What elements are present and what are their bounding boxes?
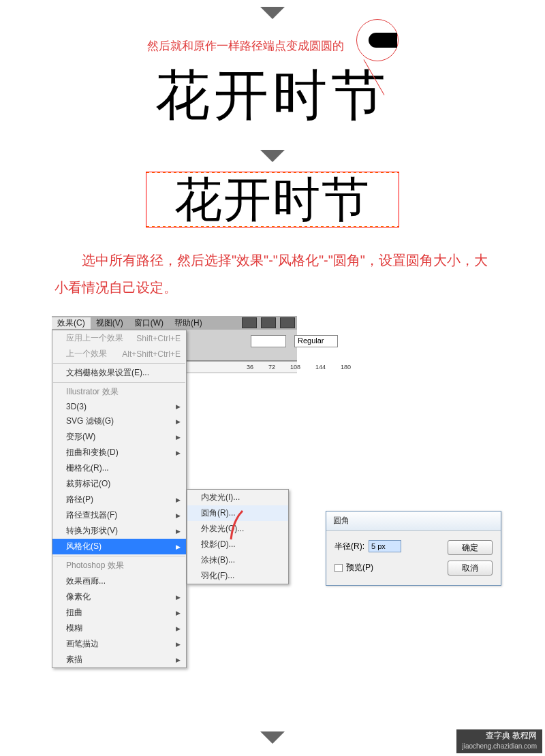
sample-characters-selected: 花开时节 bbox=[150, 174, 395, 225]
menu-last-effect[interactable]: 上一个效果 Alt+Shift+Ctrl+E bbox=[52, 346, 186, 362]
menu-label: 栅格化(R)... bbox=[66, 462, 109, 474]
menu-svg-filters[interactable]: SVG 滤镜(G)▶ bbox=[52, 413, 186, 429]
radius-label: 半径(R): bbox=[334, 541, 364, 552]
menu-label: 应用上一个效果 bbox=[66, 332, 123, 344]
radius-row: 半径(R): bbox=[334, 540, 438, 552]
ruler-tick: 180 bbox=[341, 364, 351, 371]
menu-label: 文档栅格效果设置(E)... bbox=[66, 367, 149, 379]
menu-rasterize[interactable]: 栅格化(R)... bbox=[52, 460, 186, 476]
submenu-feather[interactable]: 羽化(F)... bbox=[187, 568, 288, 584]
menu-label: 风格化(S) bbox=[66, 541, 102, 552]
menu-path[interactable]: 路径(P)▶ bbox=[52, 492, 186, 507]
menu-label: 羽化(F)... bbox=[201, 570, 234, 582]
divider-arrow-icon bbox=[260, 7, 285, 19]
selected-paths-preview: 花开时节 bbox=[150, 174, 395, 225]
menu-warp[interactable]: 变形(W)▶ bbox=[52, 429, 186, 445]
submenu-arrow-icon: ▶ bbox=[176, 418, 181, 425]
menu-separator bbox=[53, 382, 185, 383]
menu-stylize[interactable]: 风格化(S)▶ bbox=[52, 539, 186, 554]
menu-distort-ps[interactable]: 扭曲▶ bbox=[52, 605, 186, 620]
menu-pixelate[interactable]: 像素化▶ bbox=[52, 589, 186, 605]
menu-separator bbox=[53, 363, 185, 364]
sample-characters-rounded: 花开时节 bbox=[0, 68, 545, 123]
submenu-arrow-icon: ▶ bbox=[176, 610, 181, 616]
divider-arrow-icon bbox=[260, 150, 285, 162]
submenu-arrow-icon: ▶ bbox=[176, 403, 181, 410]
menu-pathfinder[interactable]: 路径查找器(F)▶ bbox=[52, 507, 186, 523]
watermark-url: jiaocheng.chazidian.com bbox=[462, 742, 537, 751]
dialog-title: 圆角 bbox=[326, 511, 501, 531]
menu-sketch[interactable]: 素描▶ bbox=[52, 652, 186, 667]
submenu-inner-glow[interactable]: 内发光(I)... bbox=[187, 490, 288, 505]
menu-shortcut: Alt+Shift+Ctrl+E bbox=[122, 349, 181, 359]
menu-label: 裁剪标记(O) bbox=[66, 478, 110, 490]
menu-label: 模糊 bbox=[66, 623, 82, 634]
toolbar-icon[interactable] bbox=[261, 317, 276, 328]
menu-shortcut: Shift+Ctrl+E bbox=[136, 334, 181, 343]
radius-input[interactable] bbox=[369, 540, 401, 552]
submenu-scribble[interactable]: 涂抹(B)... bbox=[187, 552, 288, 568]
menu-label: 扭曲和变换(D) bbox=[66, 447, 119, 458]
menu-label: 路径(P) bbox=[66, 494, 93, 505]
menubar-item-window[interactable]: 窗口(W) bbox=[129, 317, 169, 329]
menu-label: 变形(W) bbox=[66, 431, 95, 443]
ruler-tick: 36 bbox=[247, 364, 253, 371]
menubar-item-help[interactable]: 帮助(H) bbox=[169, 317, 208, 329]
menu-distort[interactable]: 扭曲和变换(D)▶ bbox=[52, 445, 186, 460]
menu-label: 转换为形状(V) bbox=[66, 525, 118, 537]
caption-text: 然后就和原作一样路径端点变成圆圆的 bbox=[147, 38, 344, 54]
submenu-arrow-icon: ▶ bbox=[176, 625, 181, 632]
submenu-arrow-icon: ▶ bbox=[176, 641, 181, 648]
menu-separator bbox=[53, 556, 185, 556]
menubar-item-view[interactable]: 视图(V) bbox=[91, 317, 129, 329]
menu-label: 扭曲 bbox=[66, 607, 82, 618]
submenu-arrow-icon: ▶ bbox=[176, 528, 181, 535]
preview-row: 预览(P) bbox=[334, 562, 438, 573]
menu-label: 路径查找器(F) bbox=[66, 509, 117, 521]
menu-crop-marks[interactable]: 裁剪标记(O) bbox=[52, 476, 186, 492]
menu-label: 效果画廊... bbox=[66, 576, 106, 587]
submenu-arrow-icon: ▶ bbox=[176, 657, 181, 663]
submenu-arrow-icon: ▶ bbox=[176, 434, 181, 441]
menu-label: 涂抹(B)... bbox=[201, 554, 235, 566]
instruction-text: 选中所有路径，然后选择"效果"-"风格化"-"圆角"，设置圆角大小，大小看情况自… bbox=[54, 247, 490, 301]
effects-menu: 应用上一个效果 Shift+Ctrl+E 上一个效果 Alt+Shift+Ctr… bbox=[52, 330, 187, 668]
submenu-arrow-icon: ▶ bbox=[176, 497, 181, 503]
menu-label: 3D(3) bbox=[66, 402, 87, 411]
divider-arrow-icon bbox=[260, 731, 285, 744]
magnifier-circle bbox=[356, 19, 399, 61]
submenu-arrow-icon: ▶ bbox=[176, 512, 181, 519]
round-corners-dialog: 圆角 半径(R): 预览(P) 确定 取消 bbox=[326, 511, 501, 586]
ruler-tick: 108 bbox=[290, 364, 300, 371]
style-dropdown[interactable]: Regular bbox=[294, 335, 338, 347]
toolbar-icon[interactable] bbox=[242, 317, 257, 328]
menu-brush-strokes[interactable]: 画笔描边▶ bbox=[52, 636, 186, 652]
menu-convert-shape[interactable]: 转换为形状(V)▶ bbox=[52, 523, 186, 539]
menu-label: 素描 bbox=[66, 654, 82, 665]
preview-label: 预览(P) bbox=[346, 562, 373, 573]
font-dropdown[interactable] bbox=[251, 335, 286, 347]
annotation-arrow-icon bbox=[228, 507, 248, 541]
submenu-arrow-icon: ▶ bbox=[176, 544, 181, 550]
watermark: 查字典 教程网 jiaocheng.chazidian.com bbox=[456, 729, 542, 753]
toolbar-icon[interactable] bbox=[280, 317, 295, 328]
menubar: 效果(C) 视图(V) 窗口(W) 帮助(H) bbox=[52, 316, 297, 330]
submenu-arrow-icon: ▶ bbox=[176, 594, 181, 601]
menu-label: 内发光(I)... bbox=[201, 492, 240, 503]
preview-checkbox[interactable] bbox=[334, 564, 343, 572]
menu-label: 画笔描边 bbox=[66, 638, 99, 650]
menu-doc-raster[interactable]: 文档栅格效果设置(E)... bbox=[52, 365, 186, 381]
menu-label: 像素化 bbox=[66, 591, 91, 603]
cancel-button[interactable]: 取消 bbox=[448, 561, 493, 576]
menu-header-photoshop: Photoshop 效果 bbox=[52, 558, 186, 573]
menu-3d[interactable]: 3D(3)▶ bbox=[52, 400, 186, 413]
ok-button[interactable]: 确定 bbox=[448, 540, 493, 555]
menu-blur[interactable]: 模糊▶ bbox=[52, 620, 186, 636]
illustrator-menu-screenshot: 效果(C) 视图(V) 窗口(W) 帮助(H) Regular 36 72 10… bbox=[52, 316, 297, 373]
ruler-tick: 72 bbox=[268, 364, 275, 371]
caption-row: 然后就和原作一样路径端点变成圆圆的 bbox=[0, 19, 545, 61]
menubar-item-effect[interactable]: 效果(C) bbox=[52, 317, 91, 329]
menu-effect-gallery[interactable]: 效果画廊... bbox=[52, 573, 186, 589]
ruler-tick: 144 bbox=[315, 364, 326, 371]
menu-apply-last[interactable]: 应用上一个效果 Shift+Ctrl+E bbox=[52, 330, 186, 346]
